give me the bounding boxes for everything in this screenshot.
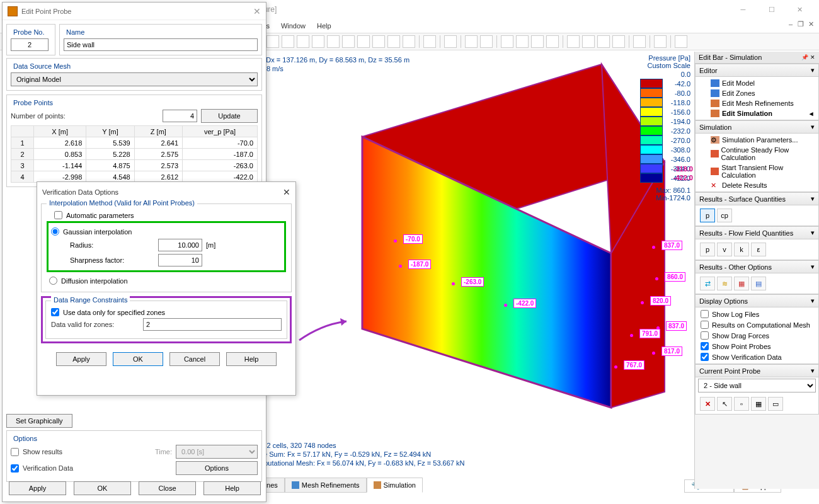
auto-params-check[interactable] [54,211,62,219]
tool-7[interactable] [342,35,355,48]
probe-tool-2[interactable]: ▫ [734,397,749,411]
tool-5[interactable] [312,35,324,48]
tool-25[interactable] [654,35,667,48]
results-surface-hdr[interactable]: Results - Surface Quantities▾ [695,192,819,205]
show-verification-data-check[interactable] [701,353,709,361]
tool-6[interactable] [327,35,340,48]
simulation-section-hdr[interactable]: Simulation▾ [695,120,819,134]
probe-dialog-close[interactable]: ✕ [253,6,261,16]
ok-button[interactable]: OK [74,481,131,495]
simulation-parameters[interactable]: ⚙Simulation Parameters... [698,135,816,145]
minimize-button[interactable]: ─ [729,0,757,19]
tool-26[interactable] [675,35,687,48]
continue-steady-flow[interactable]: Continue Steady Flow Calculation [698,145,816,163]
probe-points-table[interactable]: X [m]Y [m]Z [m]ver_p [Pa]12.6185.5392.64… [11,125,258,183]
editor-section-hdr[interactable]: Editor▾ [695,64,819,77]
verify-dialog-close[interactable]: ✕ [283,187,290,197]
delete-results[interactable]: ✕Delete Results [698,180,816,190]
tool-17[interactable] [516,35,529,48]
radius-input[interactable] [158,239,202,251]
start-transient-flow[interactable]: Start Transient Flow Calculation [698,163,816,180]
ro-1[interactable]: ⇄ [700,277,715,290]
data-source-select[interactable]: Original Model [11,72,258,86]
tool-13[interactable] [444,35,457,48]
results-flow-hdr[interactable]: Results - Flow Field Quantities▾ [695,226,819,239]
tool-18[interactable] [531,35,544,48]
menu-help[interactable]: Help [317,22,331,30]
close-button[interactable]: ✕ [786,0,814,19]
options-button[interactable]: Options [176,461,258,475]
tool-22[interactable] [597,35,610,48]
set-graphically-button[interactable]: Set Graphically [6,414,72,428]
name-input[interactable] [64,38,258,51]
show-point-probes-check[interactable] [701,342,709,350]
close-button[interactable]: Close [139,481,196,495]
k-button[interactable]: k [734,243,749,256]
help-button[interactable]: Help [203,481,261,495]
tool-10[interactable] [387,35,400,48]
verify-cancel-button[interactable]: Cancel [169,352,220,366]
tool-21[interactable] [582,35,595,48]
v-button[interactable]: v [717,243,732,256]
probe-no-input[interactable] [11,38,49,51]
tool-23[interactable] [612,35,625,48]
tool-8[interactable] [357,35,370,48]
diffusion-radio[interactable] [49,277,57,285]
mdi-minimize[interactable]: – [786,20,795,28]
edit-mesh-refinements[interactable]: Edit Mesh Refinements [698,98,816,108]
verify-apply-button[interactable]: Apply [56,352,106,366]
probe-dialog-titlebar[interactable]: Edit Point Probe ✕ [3,3,266,20]
edit-zones[interactable]: Edit Zones [698,88,816,98]
mdi-close[interactable]: ✕ [806,20,815,28]
show-log-files-check[interactable] [701,310,709,318]
delete-probe-button[interactable]: ✕ [700,397,715,411]
edit-simulation[interactable]: Edit Simulation◂ [698,108,816,118]
tool-9[interactable] [372,35,385,48]
apply-button[interactable]: Apply [9,481,66,495]
valid-zones-input[interactable] [143,318,282,331]
results-comp-mesh-check[interactable] [701,321,709,329]
e-button[interactable]: ε [751,243,766,256]
results-other-hdr[interactable]: Results - Other Options▾ [695,260,819,273]
tool-24[interactable] [633,35,646,48]
tool-19[interactable] [546,35,559,48]
menu-window[interactable]: Window [281,22,306,30]
tab-mesh-refinements[interactable]: Mesh Refinements [285,478,367,493]
probe-tool-3[interactable]: ▦ [751,397,766,411]
tool-15[interactable] [480,35,493,48]
npts-input[interactable] [163,110,197,122]
use-zones-check[interactable] [51,308,59,316]
tool-3[interactable] [282,35,294,48]
tool-4[interactable] [297,35,309,48]
tool-16[interactable] [501,35,513,48]
3d-viewport[interactable]: ions: Dx = 137.126 m, Dy = 68.563 m, Dz … [246,52,693,480]
tool-11[interactable] [403,35,415,48]
gaussian-radio[interactable] [51,227,59,236]
tool-14[interactable] [465,35,478,48]
sharpness-input[interactable] [158,254,202,266]
time-select[interactable]: 0.00 [s] [176,445,258,459]
probe-tool-4[interactable]: ▭ [768,397,783,411]
pin-icon[interactable]: 📌 ✕ [801,54,815,60]
verify-dialog-titlebar[interactable]: Verification Data Options ✕ [37,182,295,200]
verify-help-button[interactable]: Help [226,352,277,366]
tab-simulation[interactable]: Simulation [367,478,423,493]
update-button[interactable]: Update [201,109,258,123]
current-point-probe-hdr[interactable]: Current Point Probe▾ [695,364,819,377]
probe-tool-1[interactable]: ↖ [717,397,732,411]
ro-2[interactable]: ≋ [717,277,732,290]
tool-12[interactable] [423,35,436,48]
verification-data-check[interactable] [11,464,19,472]
edit-model[interactable]: Edit Model [698,78,816,88]
cp-button[interactable]: cp [717,209,732,222]
maximize-button[interactable]: ☐ [757,0,786,19]
tool-20[interactable] [567,35,580,48]
pf-button[interactable]: p [700,243,715,256]
tool-2[interactable] [266,35,279,48]
show-results-check[interactable] [11,448,19,456]
verify-ok-button[interactable]: OK [113,352,163,366]
mdi-restore[interactable]: ❐ [796,20,805,28]
show-drag-forces-check[interactable] [701,331,709,340]
display-options-hdr[interactable]: Display Options▾ [695,294,819,307]
current-probe-select[interactable]: 2 - Side wall [698,379,816,392]
